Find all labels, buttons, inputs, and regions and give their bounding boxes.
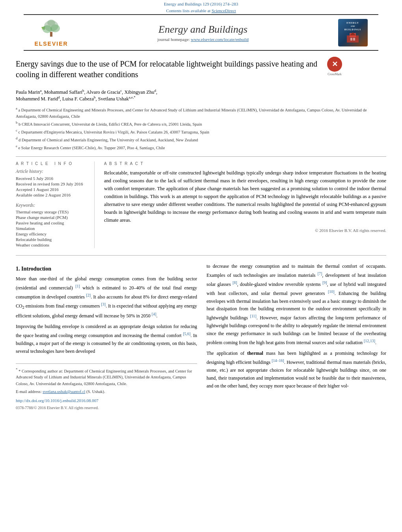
keyword-7: Weather conditions bbox=[16, 243, 88, 247]
doi-line[interactable]: http://dx.doi.org/10.1016/j.enbuild.2016… bbox=[16, 397, 197, 404]
homepage-link[interactable]: www.elsevier.com/locate/enbuild bbox=[191, 37, 249, 42]
abstract-text: Relocatable, transportable or off-site c… bbox=[104, 169, 386, 224]
email-link[interactable]: svetlana.ushak@uantof.cl bbox=[43, 389, 85, 394]
available-date: Available online 2 August 2016 bbox=[16, 193, 88, 197]
abstract-header: A B S T R A C T bbox=[104, 161, 386, 166]
keyword-2: Phase change material (PCM) bbox=[16, 215, 88, 220]
keyword-4: Simulation bbox=[16, 226, 88, 231]
footnote-email: E-mail address: svetlana.ushak@uantof.cl… bbox=[16, 389, 197, 395]
copyright: © 2016 Elsevier B.V. All rights reserved… bbox=[104, 228, 386, 233]
keywords-label: Keywords: bbox=[16, 203, 88, 208]
svg-rect-4 bbox=[50, 32, 52, 37]
svg-rect-10 bbox=[353, 38, 355, 41]
journal-logo-right: ENERGY AND BUILDINGS bbox=[335, 19, 370, 46]
keyword-1: Thermal energy storage (TES) bbox=[16, 209, 88, 214]
journal-title: Energy and Buildings bbox=[71, 24, 335, 35]
received-date: Received 5 July 2016 bbox=[16, 176, 88, 181]
svg-point-5 bbox=[47, 20, 55, 26]
intro-section-title: 1. Introduction bbox=[16, 266, 197, 272]
issn-line: 0378-7788/© 2016 Elsevier B.V. All right… bbox=[16, 405, 197, 411]
article-info-header: A R T I C L E I N F O bbox=[16, 161, 88, 166]
journal-reference: Energy and Buildings 129 (2016) 274–283 bbox=[0, 0, 402, 7]
authors: Paula Marina, Mohammad Saffarib, Alvaro … bbox=[16, 89, 386, 102]
article-title: Energy savings due to the use of PCM for… bbox=[16, 59, 323, 80]
article-history-label: Article history: bbox=[16, 169, 88, 174]
intro-paragraph-4: The application of thermal mass has been… bbox=[207, 350, 386, 390]
crossmark-badge: ✕ CrossMark bbox=[327, 57, 342, 76]
received-revised-date: Received in revised form 29 July 2016 bbox=[16, 182, 88, 186]
elsevier-logo: 🌿 ELSEVIER bbox=[32, 18, 71, 47]
contents-label: Contents lists available at ScienceDirec… bbox=[12, 7, 390, 14]
footnote-area: * * Corresponding author at: Department … bbox=[16, 363, 197, 411]
sciencedirect-link[interactable]: ScienceDirect bbox=[212, 8, 236, 13]
keyword-3: Passive heating and cooling bbox=[16, 221, 88, 225]
affiliations: a a Department of Chemical Engineering a… bbox=[16, 106, 386, 151]
footnote-corresponding: * * Corresponding author at: Department … bbox=[16, 367, 197, 387]
svg-rect-9 bbox=[350, 38, 352, 41]
intro-paragraph-2: Improving the building envelope is consi… bbox=[16, 323, 197, 355]
keyword-6: Relocatable building bbox=[16, 237, 88, 242]
intro-paragraph-3: to decrease the energy consumption and t… bbox=[207, 263, 386, 347]
intro-paragraph-1: More than one-third of the global energy… bbox=[16, 275, 197, 320]
keyword-5: Energy efficiency bbox=[16, 232, 88, 236]
accepted-date: Accepted 1 August 2016 bbox=[16, 187, 88, 192]
